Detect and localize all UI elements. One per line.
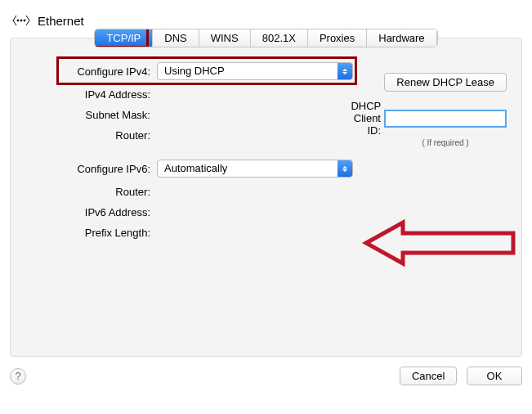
select-ipv4-value: Using DHCP <box>158 63 338 79</box>
select-configure-ipv6[interactable]: Automatically <box>157 160 353 178</box>
label-ipv4-address: IPv4 Address: <box>30 88 157 101</box>
ok-button[interactable]: OK <box>467 367 522 385</box>
label-subnet-mask: Subnet Mask: <box>30 109 157 121</box>
cancel-button[interactable]: Cancel <box>400 367 457 385</box>
label-configure-ipv6: Configure IPv6: <box>30 163 157 175</box>
renew-dhcp-lease-button[interactable]: Renew DHCP Lease <box>384 73 507 92</box>
svg-point-2 <box>24 20 25 21</box>
right-column: Renew DHCP Lease DHCP Client ID: ( If re… <box>351 73 507 147</box>
svg-point-0 <box>17 20 19 21</box>
tab-bar: TCP/IP DNS WINS 802.1X Proxies Hardware <box>25 29 507 47</box>
chevrons-icon <box>338 160 352 177</box>
label-configure-ipv4: Configure IPv4: <box>30 65 157 78</box>
tab-tcpip[interactable]: TCP/IP <box>95 29 153 47</box>
dhcp-client-id-input[interactable] <box>384 110 507 128</box>
svg-point-1 <box>20 20 22 21</box>
ethernet-icon <box>11 13 31 28</box>
window-title: Ethernet <box>38 14 84 28</box>
dhcp-client-id-hint: ( If required ) <box>384 138 507 147</box>
tab-8021x[interactable]: 802.1X <box>251 29 308 47</box>
tab-wins[interactable]: WINS <box>199 29 251 47</box>
footer: ? Cancel OK <box>10 367 522 385</box>
row-router6: Router: <box>30 186 502 198</box>
tab-hardware[interactable]: Hardware <box>367 29 436 47</box>
label-ipv6-address: IPv6 Address: <box>30 206 157 218</box>
settings-panel: TCP/IP DNS WINS 802.1X Proxies Hardware … <box>10 38 522 357</box>
select-configure-ipv4[interactable]: Using DHCP <box>157 62 353 80</box>
annotation-arrow <box>362 218 517 270</box>
select-ipv6-value: Automatically <box>158 160 338 177</box>
chevrons-icon <box>338 63 352 79</box>
label-prefix-length: Prefix Length: <box>30 227 157 239</box>
row-ipv6-address: IPv6 Address: <box>30 206 502 218</box>
tab-proxies[interactable]: Proxies <box>308 29 367 47</box>
row-configure-ipv6: Configure IPv6: Automatically <box>30 160 502 178</box>
label-dhcp-client-id: DHCP Client ID: <box>351 100 381 137</box>
tab-dns[interactable]: DNS <box>153 29 199 47</box>
help-button[interactable]: ? <box>10 368 26 385</box>
label-router: Router: <box>30 129 157 142</box>
label-router6: Router: <box>30 186 157 198</box>
